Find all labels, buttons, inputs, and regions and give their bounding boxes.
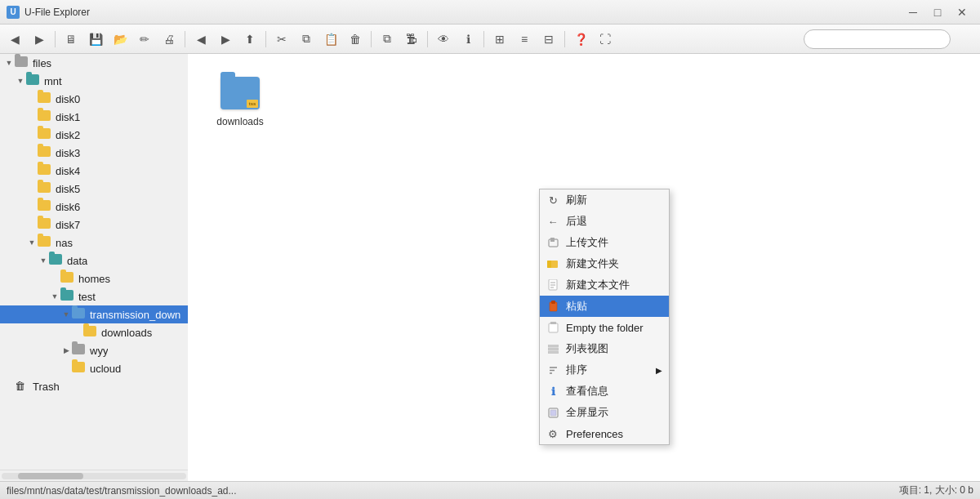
status-path: files/mnt/nas/data/test/transmission_dow… — [7, 485, 886, 497]
save-button[interactable]: 💾 — [84, 28, 107, 51]
svg-rect-19 — [550, 410, 556, 416]
copy-button[interactable]: ⧉ — [295, 28, 318, 51]
sidebar-item-disk0[interactable]: disk0 — [0, 90, 188, 108]
menu-item-preferences[interactable]: ⚙ Preferences — [540, 423, 669, 444]
back-button[interactable]: ◀ — [3, 28, 26, 51]
menu-label-sort: 排序 — [566, 363, 587, 377]
view-button[interactable]: 👁 — [432, 28, 455, 51]
duplicate-button[interactable]: ⧉ — [376, 28, 399, 51]
menu-item-fullscreen[interactable]: 全屏显示 — [540, 402, 669, 423]
paste-toolbar-button[interactable]: 📋 — [319, 28, 342, 51]
menu-label-empty-folder: Empty the folder — [566, 322, 644, 334]
folder-icon-large: tss — [220, 74, 260, 113]
sidebar-item-disk4[interactable]: disk4 — [0, 162, 188, 180]
empty-folder-icon — [546, 321, 559, 334]
upload-icon — [546, 236, 559, 249]
menu-item-info[interactable]: ℹ 查看信息 — [540, 381, 669, 402]
info-toolbar-button[interactable]: ℹ — [457, 28, 479, 51]
sort-arrow-icon: ▶ — [656, 366, 662, 375]
context-menu: ↻ 刷新 ← 后退 上传文件 — [539, 189, 670, 445]
menu-label-back: 后退 — [566, 214, 587, 229]
rename-button[interactable]: ✏ — [133, 28, 156, 51]
sidebar-item-disk7[interactable]: disk7 — [0, 216, 188, 234]
nav-up-button[interactable]: ⬆ — [238, 28, 261, 51]
forward-button[interactable]: ▶ — [28, 28, 51, 51]
home-button[interactable]: 🖥 — [60, 28, 82, 51]
maximize-button[interactable]: □ — [926, 3, 949, 21]
svg-rect-10 — [549, 323, 558, 332]
menu-item-back[interactable]: ← 后退 — [540, 211, 669, 232]
fullscreen-icon — [546, 406, 559, 419]
svg-rect-14 — [548, 351, 559, 354]
sidebar-scroll[interactable]: ▼ files ▼ mnt — [0, 54, 188, 470]
grid-view-button[interactable]: ⊞ — [488, 28, 511, 51]
sidebar-item-disk2[interactable]: disk2 — [0, 126, 188, 144]
new-text-icon — [546, 278, 559, 292]
file-item-downloads[interactable]: tss downloads — [207, 74, 273, 127]
fullscreen-toolbar-button[interactable]: ⛶ — [594, 28, 617, 51]
back-icon: ← — [546, 215, 559, 228]
window-title: U-File Explorer — [24, 7, 902, 18]
preferences-icon: ⚙ — [546, 427, 559, 440]
trash-icon: 🗑 — [15, 380, 29, 393]
sidebar-item-files[interactable]: ▼ files — [0, 54, 188, 72]
app-icon: U — [7, 6, 20, 19]
minimize-button[interactable]: ─ — [902, 3, 924, 21]
sidebar-item-test[interactable]: ▼ test — [0, 287, 188, 305]
title-bar: U U-File Explorer ─ □ ✕ — [0, 0, 980, 25]
menu-label-preferences: Preferences — [566, 428, 623, 440]
print-button[interactable]: 🖨 — [158, 28, 180, 51]
folder-icon-mnt — [26, 74, 41, 87]
sidebar-item-downloads[interactable]: downloads — [0, 323, 188, 341]
sidebar-item-disk6[interactable]: disk6 — [0, 198, 188, 216]
nav-back-button[interactable]: ◀ — [189, 28, 212, 51]
menu-item-paste[interactable]: 粘贴 — [540, 296, 669, 317]
menu-item-refresh[interactable]: ↻ 刷新 — [540, 189, 669, 211]
status-bar: files/mnt/nas/data/test/transmission_dow… — [0, 481, 980, 499]
sidebar-item-data[interactable]: ▼ data — [0, 252, 188, 270]
sidebar-hscroll[interactable] — [0, 470, 188, 481]
sidebar-tree: ▼ files ▼ mnt — [0, 54, 188, 470]
svg-rect-12 — [548, 345, 559, 347]
expand-icon: ▼ — [15, 75, 26, 87]
sidebar-item-homes[interactable]: homes — [0, 270, 188, 287]
sidebar-item-disk5[interactable]: disk5 — [0, 180, 188, 198]
content-area[interactable]: tss downloads ↻ 刷新 ← 后退 — [188, 54, 980, 481]
menu-label-paste: 粘贴 — [566, 299, 587, 314]
sidebar-item-disk1[interactable]: disk1 — [0, 108, 188, 126]
close-button[interactable]: ✕ — [951, 3, 973, 21]
cut-button[interactable]: ✂ — [270, 28, 293, 51]
sidebar-item-trash[interactable]: 🗑 Trash — [0, 377, 188, 395]
menu-item-new-text[interactable]: 新建文本文件 — [540, 274, 669, 296]
menu-label-new-text: 新建文本文件 — [566, 278, 630, 292]
search-input[interactable] — [804, 29, 951, 49]
sidebar-item-transmission[interactable]: ▼ transmission_down — [0, 305, 188, 323]
list-view-button[interactable]: ≡ — [513, 28, 536, 51]
menu-item-list-view[interactable]: 列表视图 — [540, 338, 669, 359]
sort-icon — [546, 363, 559, 376]
compress-button[interactable]: 🗜 — [400, 28, 423, 51]
folder-icon-files — [15, 56, 29, 69]
paste-icon — [546, 300, 559, 313]
sidebar-item-ucloud[interactable]: ucloud — [0, 359, 188, 377]
menu-label-info: 查看信息 — [566, 384, 608, 399]
sidebar-item-mnt[interactable]: ▼ mnt — [0, 72, 188, 90]
menu-item-sort[interactable]: 排序 ▶ — [540, 359, 669, 381]
delete-button[interactable]: 🗑 — [344, 28, 367, 51]
sidebar-item-nas[interactable]: ▼ nas — [0, 234, 188, 252]
svg-rect-13 — [548, 348, 559, 350]
expand-icon — [26, 93, 38, 105]
sidebar: ▼ files ▼ mnt — [0, 54, 188, 481]
help-button[interactable]: ❓ — [569, 28, 592, 51]
sidebar-item-wyy[interactable]: ▶ wyy — [0, 341, 188, 359]
menu-item-new-folder[interactable]: 新建文件夹 — [540, 253, 669, 274]
sidebar-item-disk3[interactable]: disk3 — [0, 144, 188, 162]
open-button[interactable]: 📂 — [109, 28, 131, 51]
toolbar: ◀ ▶ 🖥 💾 📂 ✏ 🖨 ◀ ▶ ⬆ ✂ ⧉ 📋 🗑 ⧉ 🗜 👁 ℹ ⊞ ≡ … — [0, 25, 980, 54]
menu-item-empty-folder[interactable]: Empty the folder — [540, 317, 669, 338]
menu-item-upload[interactable]: 上传文件 — [540, 232, 669, 253]
details-view-button[interactable]: ⊟ — [537, 28, 560, 51]
menu-label-fullscreen: 全屏显示 — [566, 405, 608, 420]
info-icon: ℹ — [546, 385, 559, 398]
nav-forward-button[interactable]: ▶ — [214, 28, 237, 51]
